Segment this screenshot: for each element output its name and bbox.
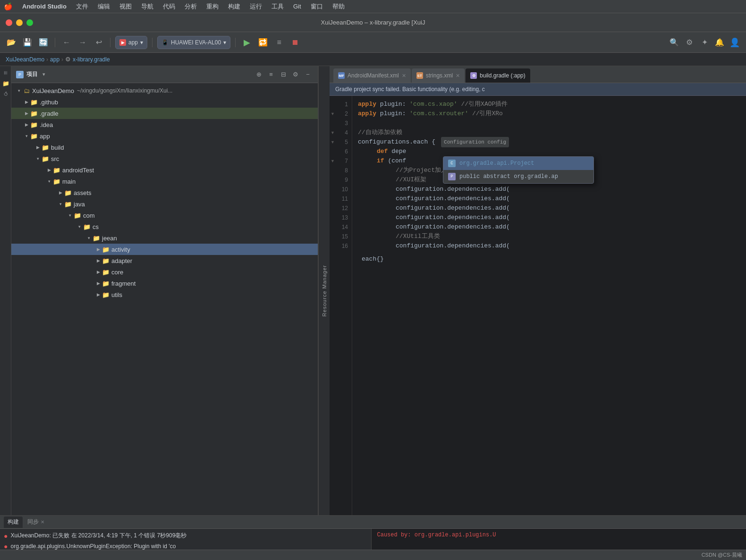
- autocomplete-item-2[interactable]: P public abstract org.gradle.ap: [443, 170, 593, 183]
- autocomplete-item-1[interactable]: C org.gradle.api.Project: [443, 157, 593, 170]
- tree-item-root[interactable]: ▾ 🗂 XuiJeeanDemo ~/xingdu/gongsiXm/lianx…: [11, 85, 318, 96]
- maximize-window-button[interactable]: [26, 19, 33, 26]
- tab-build-label: 构建: [8, 518, 19, 526]
- app-selector-dropdown[interactable]: ▶ app ▾: [115, 36, 147, 49]
- tree-item-src[interactable]: ▾ 📁 src: [11, 153, 318, 164]
- sidebar-icon-1[interactable]: ≡: [1, 68, 10, 77]
- tree-item-com[interactable]: ▾ 📁 com: [11, 210, 318, 221]
- sidebar-icon-3[interactable]: ⟲: [1, 89, 10, 98]
- chevron-down-icon: ▾: [140, 39, 143, 46]
- line-number-5: ▼5: [330, 137, 352, 147]
- tree-item-github[interactable]: ▶ 📁 .github: [11, 96, 318, 108]
- search-everywhere-button[interactable]: 🔍: [668, 36, 681, 49]
- menubar-git[interactable]: Git: [289, 2, 305, 11]
- panel-header: P 项目 ▾ ⊕ ≡ ⊟ ⚙ −: [11, 66, 318, 83]
- menubar-run[interactable]: 运行: [246, 1, 266, 12]
- close-window-button[interactable]: [6, 19, 12, 26]
- tree-item-adapter[interactable]: ▶ 📁 adapter: [11, 255, 318, 266]
- more-button[interactable]: ✦: [698, 36, 711, 49]
- horizontal-scrollbar[interactable]: [11, 511, 318, 515]
- fold-icon-4[interactable]: ▼: [331, 130, 335, 135]
- minimize-panel-button[interactable]: −: [303, 69, 313, 80]
- tab-sync[interactable]: 同步 ✕: [24, 517, 48, 528]
- fold-icon-7[interactable]: ▼: [331, 159, 335, 163]
- breadcrumb-app[interactable]: app: [50, 56, 59, 63]
- tree-item-main[interactable]: ▾ 📁 main: [11, 176, 318, 187]
- debug-button[interactable]: 🔁: [256, 36, 270, 49]
- scroll-button[interactable]: ≡: [266, 69, 276, 80]
- main-layout: ≡ 📁 ⟲ P 项目 ▾ ⊕ ≡ ⊟ ⚙ − ▾ 🗂 XuiJeeanDemo …: [0, 66, 746, 515]
- folder-icon-assets: 📁: [64, 189, 72, 196]
- code-line-1: apply plugin: 'com.cs.xaop' //引用XAOP插件: [358, 100, 740, 109]
- avatar-button[interactable]: 👤: [728, 36, 741, 49]
- tree-item-fragment[interactable]: ▶ 📁 fragment: [11, 278, 318, 289]
- tab-androidmanifest[interactable]: MF AndroidManifest.xml ✕: [333, 68, 411, 83]
- settings-button[interactable]: ⚙: [683, 36, 696, 49]
- sidebar-icon-2[interactable]: 📁: [1, 78, 10, 88]
- tab-sync-close[interactable]: ✕: [41, 519, 44, 525]
- tree-label-assets: assets: [74, 189, 92, 196]
- save-button[interactable]: 💾: [21, 36, 34, 49]
- tab-buildgradle[interactable]: ⚙ build.gradle (:app): [466, 68, 530, 83]
- panel-dropdown-icon[interactable]: ▾: [42, 71, 45, 77]
- tree-item-core[interactable]: ▶ 📁 core: [11, 266, 318, 278]
- menubar-view[interactable]: 视图: [116, 1, 136, 12]
- tree-item-androidtest[interactable]: ▶ 📁 androidTest: [11, 164, 318, 176]
- menubar-build[interactable]: 构建: [224, 1, 244, 12]
- tree-item-gradle[interactable]: ▶ 📁 .gradle: [11, 108, 318, 119]
- tab-strings[interactable]: ST strings.xml ✕: [412, 68, 465, 83]
- tree-item-build[interactable]: ▶ 📁 build: [11, 142, 318, 153]
- tree-item-utils[interactable]: ▶ 📁 utils: [11, 289, 318, 300]
- tree-item-idea[interactable]: ▶ 📁 .idea: [11, 119, 318, 130]
- menubar-code[interactable]: 代码: [159, 1, 179, 12]
- autocomplete-text-1: org.gradle.api.Project: [459, 159, 534, 168]
- line-numbers: 1 ▼2 3 ▼4 ▼5 6 ▼7 8 9 10 11 12: [330, 96, 352, 515]
- folder-icon-jeean: 📁: [93, 234, 100, 242]
- tree-item-activity[interactable]: ▶ 📁 activity: [11, 244, 318, 255]
- menubar-analyze[interactable]: 分析: [181, 1, 201, 12]
- tab-icon-strings: ST: [416, 72, 423, 79]
- back-button[interactable]: ←: [60, 36, 73, 49]
- tree-item-jeean[interactable]: ▾ 📁 jeean: [11, 232, 318, 244]
- menubar-file[interactable]: 文件: [72, 1, 92, 12]
- tree-item-app[interactable]: ▾ 📁 app: [11, 130, 318, 142]
- collapse-button[interactable]: ⊟: [278, 69, 288, 80]
- autocomplete-popup[interactable]: C org.gradle.api.Project P public abstra…: [443, 156, 594, 184]
- localize-button[interactable]: ⊕: [254, 69, 264, 80]
- menubar-android-studio[interactable]: Android Studio: [18, 2, 70, 11]
- code-area[interactable]: apply plugin: 'com.cs.xaop' //引用XAOP插件 a…: [352, 96, 746, 515]
- tree-label-github: .github: [40, 99, 58, 106]
- breadcrumb-project[interactable]: XuiJeeanDemo: [6, 56, 44, 63]
- gear-icon[interactable]: ⚙: [290, 69, 301, 80]
- menubar-help[interactable]: 帮助: [329, 1, 348, 12]
- tree-item-java[interactable]: ▾ 📁 java: [11, 198, 318, 210]
- notifications-button[interactable]: 🔔: [713, 36, 726, 49]
- stop-button[interactable]: ⏹: [288, 36, 302, 49]
- menubar-window[interactable]: 窗口: [307, 1, 327, 12]
- tree-item-assets[interactable]: ▶ 📁 assets: [11, 187, 318, 198]
- menubar-nav[interactable]: 导航: [137, 1, 157, 12]
- minimize-window-button[interactable]: [16, 19, 23, 26]
- last-code-line: each{}: [358, 253, 740, 266]
- tab-build[interactable]: 构建: [4, 517, 23, 528]
- sync-button[interactable]: 🔄: [37, 36, 50, 49]
- bottom-tabs: 构建 同步 ✕: [0, 516, 746, 529]
- breadcrumb-file[interactable]: x-library.gradle: [73, 56, 110, 63]
- forward-button[interactable]: →: [76, 36, 89, 49]
- tree-item-cs[interactable]: ▾ 📁 cs: [11, 221, 318, 232]
- device-selector-dropdown[interactable]: 📱 HUAWEI EVA-AL00 ▾: [157, 36, 230, 49]
- menubar-tools[interactable]: 工具: [268, 1, 288, 12]
- tab-close-androidmanifest[interactable]: ✕: [402, 73, 406, 79]
- apple-icon[interactable]: 🍎: [4, 2, 13, 11]
- tab-close-strings[interactable]: ✕: [456, 73, 460, 79]
- line-number-15: 15: [330, 232, 352, 241]
- profile-button[interactable]: ≡: [272, 36, 286, 49]
- menubar-edit[interactable]: 编辑: [94, 1, 114, 12]
- code-line-15: //XUtil工具类: [358, 232, 740, 241]
- run-button[interactable]: ▶: [240, 36, 254, 49]
- undo-button[interactable]: ↩: [92, 36, 105, 49]
- fold-icon-2[interactable]: ▼: [331, 111, 335, 116]
- fold-icon-5[interactable]: ▼: [331, 140, 335, 144]
- menubar-refactor[interactable]: 重构: [203, 1, 222, 12]
- open-folder-button[interactable]: 📂: [5, 36, 18, 49]
